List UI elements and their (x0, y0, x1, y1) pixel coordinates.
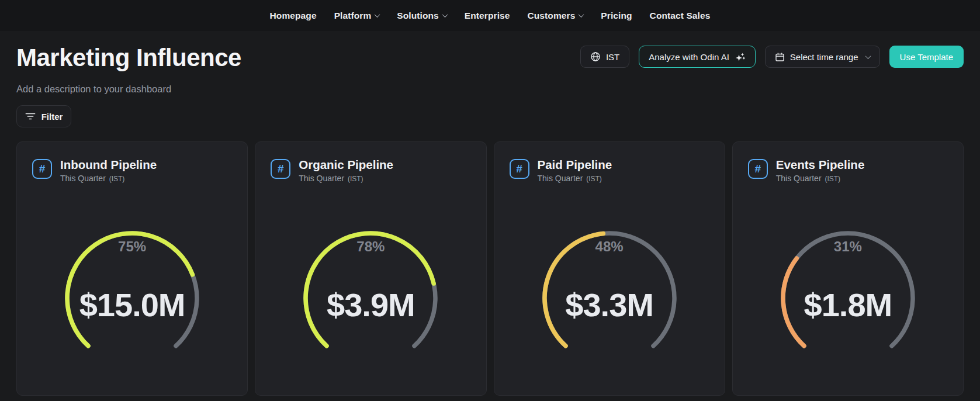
page-title: Marketing Influence (16, 44, 241, 72)
nav-item-solutions[interactable]: Solutions (397, 11, 447, 21)
nav-item-customers[interactable]: Customers (527, 11, 583, 21)
nav-item-platform[interactable]: Platform (334, 11, 380, 21)
calendar-icon (775, 52, 785, 62)
gauge-percent-label: 75% (17, 238, 247, 255)
nav-item-homepage[interactable]: Homepage (270, 11, 317, 21)
analyze-label: Analyze with Odin AI (649, 52, 729, 62)
gauge-organic-pipeline: 78% $3.9M (255, 142, 486, 395)
use-template-label: Use Template (900, 52, 953, 62)
gauge-value-label: $15.0M (17, 286, 247, 324)
timezone-label: IST (606, 52, 619, 62)
card-inbound-pipeline: # Inbound Pipeline This Quarter (IST) 75… (16, 141, 248, 396)
gauge-inbound-pipeline: 75% $15.0M (17, 142, 247, 395)
chevron-down-icon (375, 12, 380, 18)
gauge-value-label: $1.8M (733, 286, 963, 324)
gauge-value-label: $3.9M (255, 286, 486, 324)
gauge-events-pipeline: 31% $1.8M (733, 142, 963, 395)
analyze-odin-ai-button[interactable]: Analyze with Odin AI (639, 46, 756, 68)
filter-label: Filter (41, 112, 63, 122)
dashboard-description[interactable]: Add a description to your dashboard (16, 84, 964, 95)
timezone-button[interactable]: IST (580, 46, 629, 68)
chevron-down-icon (442, 12, 448, 18)
gauge-percent-label: 31% (733, 238, 963, 255)
nav-item-enterprise[interactable]: Enterprise (465, 11, 510, 21)
nav-label: Enterprise (465, 11, 510, 21)
filter-button[interactable]: Filter (16, 105, 71, 127)
chevron-down-icon (865, 53, 871, 59)
nav-item-contact-sales[interactable]: Contact Sales (650, 11, 711, 21)
nav-label: Customers (527, 11, 575, 21)
time-range-select[interactable]: Select time range (765, 46, 880, 68)
chevron-down-icon (579, 12, 584, 18)
card-organic-pipeline: # Organic Pipeline This Quarter (IST) 78… (255, 141, 486, 396)
gauge-value-label: $3.3M (494, 286, 725, 324)
nav-label: Contact Sales (650, 11, 711, 21)
gauge-paid-pipeline: 48% $3.3M (494, 142, 725, 395)
nav-item-pricing[interactable]: Pricing (601, 11, 632, 21)
header-controls: IST Analyze with Odin AI Selec (580, 46, 964, 68)
gauge-percent-label: 48% (494, 238, 725, 255)
gauge-percent-label: 78% (255, 238, 486, 255)
globe-icon (590, 51, 601, 62)
use-template-button[interactable]: Use Template (889, 46, 964, 68)
card-events-pipeline: # Events Pipeline This Quarter (IST) 31%… (732, 141, 964, 396)
filter-icon (25, 112, 36, 120)
nav-label: Homepage (270, 11, 317, 21)
top-navigation: Homepage Platform Solutions Enterprise C… (0, 0, 980, 31)
gauge-cards-row: # Inbound Pipeline This Quarter (IST) 75… (16, 141, 964, 396)
nav-label: Solutions (397, 11, 439, 21)
dashboard-header: Marketing Influence IST Analyze with Odi… (16, 44, 964, 72)
nav-label: Platform (334, 11, 372, 21)
nav-label: Pricing (601, 11, 632, 21)
time-range-label: Select time range (790, 52, 858, 62)
card-paid-pipeline: # Paid Pipeline This Quarter (IST) 48% $… (494, 141, 725, 396)
sparkles-icon (735, 51, 746, 63)
